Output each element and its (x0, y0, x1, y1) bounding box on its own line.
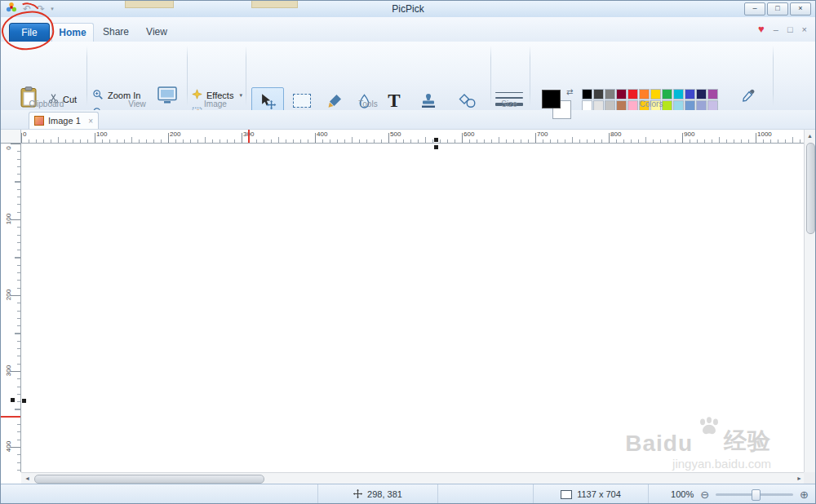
ruler-label: 0 (23, 130, 26, 138)
group-divider (530, 46, 530, 106)
color-swatch[interactable] (639, 89, 650, 99)
ruler-label: 600 (463, 130, 474, 138)
cursor-position-value: 298, 381 (367, 489, 402, 499)
donate-heart-icon[interactable]: ♥ (758, 24, 765, 34)
vertical-ruler: 0100200300400 (1, 144, 21, 472)
scrollbar-corner (804, 472, 815, 484)
group-label-image: Image (188, 99, 242, 108)
child-minimize-button[interactable]: – (774, 24, 778, 34)
group-divider (246, 46, 246, 106)
minimize-button[interactable]: – (744, 2, 765, 15)
ruler-label: 200 (170, 130, 180, 138)
scroll-left-icon[interactable]: ◄ (22, 473, 33, 484)
size-line-medium (495, 97, 523, 99)
ribbon-tab-row: File Home Share View ♥ – □ × (1, 17, 815, 42)
color-swatch[interactable] (673, 89, 684, 99)
tab-share[interactable]: Share (96, 23, 135, 41)
color-swatch[interactable] (616, 89, 627, 99)
color-swatch[interactable] (582, 89, 592, 99)
ruler-label: 900 (684, 130, 694, 138)
ribbon: Paste ▾ Cut Copy Clipboard Zoom In Zoom … (1, 42, 815, 111)
paw-print-icon (697, 416, 721, 444)
tab-view[interactable]: View (139, 23, 175, 41)
ruler-label: 300 (5, 363, 12, 379)
group-label-size: Size (490, 99, 528, 108)
zoom-slider[interactable] (716, 493, 793, 496)
image-canvas[interactable]: Baidu 经验 jingyan.baidu.com (21, 144, 805, 472)
undo-icon[interactable]: ↶ (23, 3, 31, 15)
swap-colors-icon[interactable]: ⇄ (566, 87, 573, 96)
file-menu-button[interactable]: File (9, 23, 50, 42)
redo-icon[interactable]: ↷ (37, 3, 45, 15)
foreground-color-swatch[interactable] (542, 90, 561, 108)
zoom-percent-value: 100% (671, 489, 694, 499)
vertical-scrollbar[interactable]: ▲ ▼ (804, 130, 815, 484)
color-swatch[interactable] (650, 89, 661, 99)
size-line-thin (495, 92, 523, 93)
color-swatch[interactable] (685, 89, 695, 99)
color-swatch[interactable] (696, 89, 707, 99)
ruler-handle (11, 398, 15, 402)
zoom-in-icon[interactable]: ⊕ (800, 489, 809, 500)
color-swatch[interactable] (593, 89, 604, 99)
child-close-button[interactable]: × (802, 24, 807, 34)
group-label-view: View (91, 99, 184, 108)
quick-access-toolbar: ↶ ↷ ▾ (6, 2, 54, 15)
zoom-slider-thumb[interactable] (752, 489, 761, 501)
background-window-fragment (125, 1, 174, 8)
chevron-down-icon: ▾ (239, 92, 242, 99)
picpick-window: ↶ ↷ ▾ PicPick – □ × File Home Share View… (0, 0, 816, 504)
group-divider (773, 46, 774, 106)
document-thumbnail-icon (34, 116, 44, 126)
zoom-control: 100% ⊖ ⊕ (671, 484, 809, 504)
ruler-label: 400 (317, 130, 327, 138)
picpick-logo-icon[interactable] (6, 2, 17, 16)
image-size-box: 1137 x 704 (533, 484, 649, 504)
document-tab-label: Image 1 (48, 116, 81, 126)
group-label-clipboard: Clipboard (9, 99, 84, 108)
group-divider (86, 46, 87, 106)
cursor-position-marker (248, 130, 250, 143)
zoom-out-icon[interactable]: ⊖ (700, 489, 709, 500)
close-button[interactable]: × (790, 2, 811, 15)
status-bar: 298, 381 1137 x 704 100% ⊖ ⊕ (1, 484, 815, 504)
window-controls: – □ × (744, 2, 811, 15)
selection-handle[interactable] (434, 145, 438, 149)
horizontal-scrollbar[interactable]: ◄ ► (21, 472, 805, 484)
selection-handle[interactable] (22, 399, 26, 403)
watermark-brand-suffix: 经验 (724, 426, 771, 457)
color-swatch[interactable] (628, 89, 638, 99)
ruler-corner (1, 130, 21, 144)
ruler-label: 100 (96, 130, 107, 138)
ruler-label: 400 (5, 439, 12, 455)
ruler-label: 700 (537, 130, 548, 138)
ruler-label: 500 (390, 130, 401, 138)
horizontal-ruler: 01002003004005006007008009001000 (21, 130, 805, 144)
effects-label: Effects (206, 91, 235, 100)
tab-close-icon[interactable]: × (88, 117, 93, 126)
child-restore-button[interactable]: □ (787, 24, 793, 34)
watermark-brand: Baidu (625, 431, 693, 457)
image-size-icon (561, 490, 572, 499)
group-label-tools: Tools (247, 99, 489, 108)
color-swatch[interactable] (605, 89, 615, 99)
ruler-label: 100 (5, 211, 12, 228)
scroll-up-icon[interactable]: ▲ (805, 130, 815, 141)
color-swatch[interactable] (707, 89, 718, 99)
ruler-ticks (11, 144, 20, 472)
color-swatch[interactable] (662, 89, 672, 99)
ruler-label: 1000 (757, 130, 772, 138)
watermark: Baidu 经验 jingyan.baidu.com (625, 416, 771, 471)
ruler-label: 0 (5, 144, 12, 157)
maximize-button[interactable]: □ (767, 2, 788, 15)
document-tab[interactable]: Image 1 × (29, 112, 99, 129)
tab-home[interactable]: Home (51, 23, 94, 42)
ruler-label: 200 (5, 287, 12, 303)
document-tab-bar: Image 1 × (1, 110, 815, 130)
title-bar: ↶ ↷ ▾ PicPick – □ × (1, 1, 815, 18)
qat-more-icon[interactable]: ▾ (51, 6, 54, 12)
vertical-scroll-thumb[interactable] (806, 143, 815, 234)
watermark-url: jingyan.baidu.com (625, 457, 771, 471)
zoom-in-label: Zoom In (108, 91, 148, 100)
horizontal-scroll-thumb[interactable] (34, 475, 264, 484)
